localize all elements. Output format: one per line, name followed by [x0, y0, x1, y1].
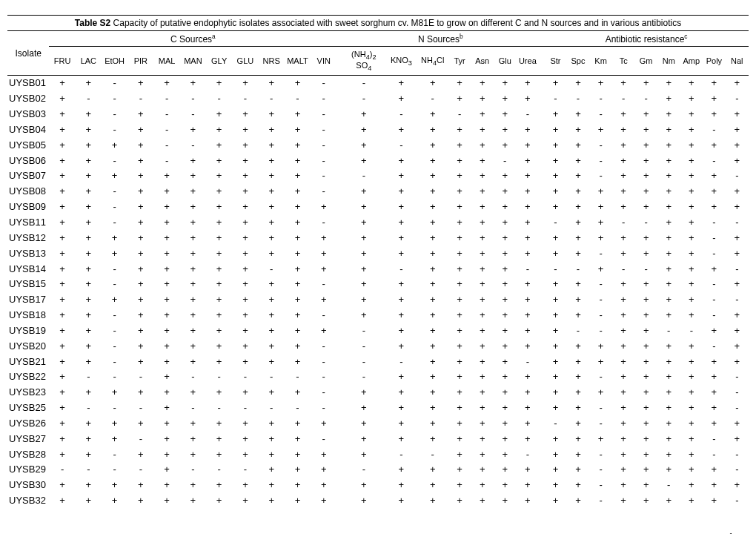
isolate-id: UYSB19 — [7, 323, 49, 339]
isolate-id: UYSB03 — [7, 107, 49, 122]
isolate-id: UYSB11 — [7, 215, 49, 231]
table-row: UYSB21++-+++++++---++++-+++++++++ — [7, 355, 749, 370]
col-header: Tc — [612, 47, 635, 76]
col-header: Gm — [634, 47, 657, 76]
isolate-id: UYSB04 — [7, 122, 49, 138]
page-number: 1 — [7, 531, 749, 534]
n-sources-header: N Sourcesb — [342, 31, 539, 47]
isolate-id: UYSB25 — [7, 400, 49, 416]
isolate-id: UYSB20 — [7, 339, 49, 355]
col-header: MAL — [154, 47, 180, 76]
col-header: LAC — [76, 47, 102, 76]
isolate-id: UYSB32 — [7, 493, 49, 509]
col-header: Poly — [703, 47, 726, 76]
col-header: Urea — [517, 47, 540, 76]
isolate-id: UYSB02 — [7, 91, 49, 107]
table-row: UYSB22+---+-------++++++++-+++++- — [7, 369, 749, 385]
table-row: UYSB27+++-++++++-++++++++++++++-+ — [7, 432, 749, 447]
group-header-row: Isolate C Sourcesa N Sourcesb Antibiotic… — [7, 31, 749, 47]
isolate-id: UYSB27 — [7, 432, 49, 447]
isolate-id: UYSB13 — [7, 246, 49, 262]
col-header: MALT — [285, 47, 311, 76]
col-header: GLU — [232, 47, 258, 76]
col-header: (NH4)2 SO4 — [342, 47, 385, 76]
table-row: UYSB28++-+++++++++--+++-++-++++-- — [7, 447, 749, 463]
table-row: UYSB26++++++++++++++++++-+-++++++ — [7, 416, 749, 432]
table-row: UYSB06++-+-+++++-+++++-+++-++++-+ — [7, 154, 749, 169]
table-title: Table S2 Capacity of putative endophytic… — [7, 16, 749, 31]
isolate-id: UYSB06 — [7, 154, 49, 169]
table-row: UYSB14++-+++++-+++-++++---+--+++- — [7, 262, 749, 277]
isolate-id: UYSB09 — [7, 200, 49, 215]
table-row: UYSB20++-+++++++--+++++++++++++-+ — [7, 339, 749, 355]
table-body: UYSB01++-+++++++--+++++++++++++++UYSB02+… — [7, 76, 749, 509]
col-header: Str — [544, 47, 567, 76]
col-header: PIR — [127, 47, 153, 76]
isolate-id: UYSB14 — [7, 262, 49, 277]
isolate-id: UYSB15 — [7, 277, 49, 292]
col-header: EtOH — [102, 47, 127, 76]
c-sources-header: C Sourcesa — [49, 31, 336, 47]
isolate-id: UYSB18 — [7, 308, 49, 323]
data-table: Table S2 Capacity of putative endophytic… — [7, 15, 749, 509]
isolate-id: UYSB17 — [7, 292, 49, 308]
isolate-id: UYSB01 — [7, 76, 49, 91]
isolate-header: Isolate — [7, 31, 49, 76]
col-header: NH4Cl — [417, 47, 448, 76]
table-row: UYSB15++-+++++++-+++++++++-++++-+ — [7, 277, 749, 292]
table-row: UYSB30++++++++++++++++++++-++-+++ — [7, 478, 749, 493]
table-row: UYSB08++-+++++++-++++++++++++++++ — [7, 184, 749, 200]
table-row: UYSB13++++++++++++++++++++-++++-+ — [7, 246, 749, 262]
col-header: Spc — [567, 47, 590, 76]
antibiotic-header: Antibiotic resistancec — [544, 31, 749, 47]
col-header: Km — [589, 47, 612, 76]
table-row: UYSB25+---+------+++++++++-+++++- — [7, 400, 749, 416]
col-header: MAN — [180, 47, 206, 76]
table-row: UYSB01++-+++++++--+++++++++++++++ — [7, 76, 749, 91]
table-title-row: Table S2 Capacity of putative endophytic… — [7, 16, 749, 31]
isolate-id: UYSB07 — [7, 168, 49, 184]
table-row: UYSB04++-+-+++++-++++++++++++++-+ — [7, 122, 749, 138]
table-row: UYSB11++-+++++++-+++++++-++--++-- — [7, 215, 749, 231]
table-row: UYSB09++-++++++++++++++++++++++++ — [7, 200, 749, 215]
table-row: UYSB02+-----------+-++++-----+++- — [7, 91, 749, 107]
table-row: UYSB07++++++++++--++++++++-+++++- — [7, 168, 749, 184]
col-header: Amp — [680, 47, 703, 76]
isolate-id: UYSB26 — [7, 416, 49, 432]
isolate-id: UYSB12 — [7, 231, 49, 246]
isolate-id: UYSB29 — [7, 462, 49, 478]
table-row: UYSB19++-++++++++-+++++++--++--++ — [7, 323, 749, 339]
col-header: GLY — [206, 47, 232, 76]
table-row: UYSB29----+---+++-++++++++-+++++- — [7, 462, 749, 478]
table-row: UYSB03++-+--++++-+-+-++-++-++++++ — [7, 107, 749, 122]
isolate-id: UYSB08 — [7, 184, 49, 200]
table-row: UYSB17++++++++++++++++++++-++++-- — [7, 292, 749, 308]
isolate-id: UYSB05 — [7, 138, 49, 154]
isolate-id: UYSB23 — [7, 385, 49, 400]
table-row: UYSB32++++++++++++++++++++-+++++- — [7, 493, 749, 509]
col-header: VIN — [311, 47, 336, 76]
col-header: KNO3 — [385, 47, 417, 76]
table-row: UYSB12+++++++++++++++++++++++++-+ — [7, 231, 749, 246]
isolate-id: UYSB22 — [7, 369, 49, 385]
col-header: Tyr — [448, 47, 471, 76]
isolate-id: UYSB30 — [7, 478, 49, 493]
table-row: UYSB23++++++++++-+++++++++++++++- — [7, 385, 749, 400]
col-header: Asn — [471, 47, 494, 76]
isolate-id: UYSB28 — [7, 447, 49, 463]
col-header: Nal — [726, 47, 749, 76]
isolate-id: UYSB21 — [7, 355, 49, 370]
col-header: FRU — [49, 47, 75, 76]
column-header-row: FRULACEtOHPIRMALMANGLYGLUNRSMALTVIN(NH4)… — [7, 47, 749, 76]
col-header: Glu — [494, 47, 517, 76]
col-header: Nm — [657, 47, 680, 76]
col-header: NRS — [259, 47, 285, 76]
table-row: UYSB05++++--++++-+-+++++++-++++++ — [7, 138, 749, 154]
table-row: UYSB18++-+++++++-+++++++++-++++-+ — [7, 308, 749, 323]
